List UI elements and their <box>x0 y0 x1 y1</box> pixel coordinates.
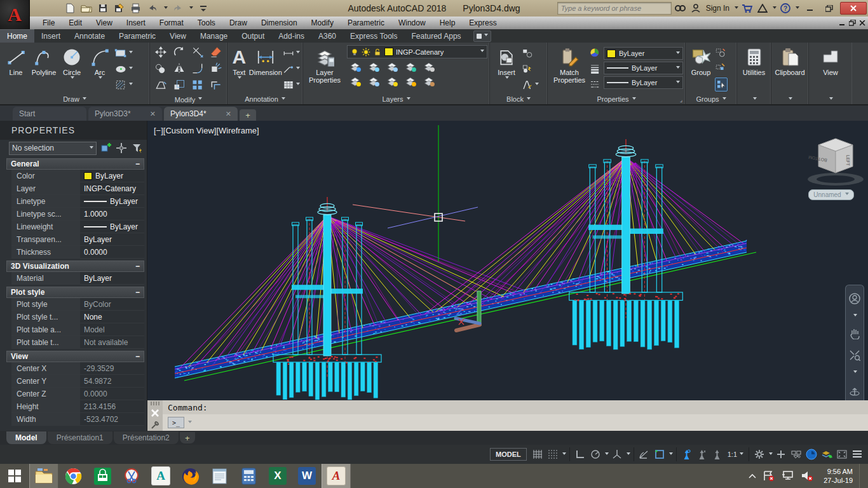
close-button[interactable] <box>840 2 867 15</box>
menu-item-modify[interactable]: Modify <box>304 17 341 29</box>
object-color-dropdown[interactable]: ByLayer <box>604 47 683 60</box>
modify-tool-explode[interactable] <box>209 62 223 76</box>
save-icon[interactable] <box>97 2 109 15</box>
lineweight-dropdown[interactable]: ByLayer <box>604 62 683 74</box>
ungroup-button[interactable] <box>715 46 728 59</box>
annotation-dimension-flyout[interactable] <box>283 47 300 60</box>
panel-annotation-footer[interactable]: Annotation <box>227 94 302 104</box>
a360-caret[interactable] <box>773 6 776 11</box>
navwheel-caret[interactable] <box>853 314 857 318</box>
menu-item-dimension[interactable]: Dimension <box>254 17 304 29</box>
ribbon-tab-parametric[interactable]: Parametric <box>112 29 163 43</box>
help-caret[interactable] <box>796 6 799 11</box>
command-history[interactable]: Command: <box>163 400 868 414</box>
group-selection-toggle[interactable] <box>715 78 728 92</box>
tray-expand-icon[interactable] <box>749 473 756 478</box>
property-value[interactable]: 1.0000 <box>80 208 144 220</box>
ribbon-tab-featured-apps[interactable]: Featured Apps <box>405 29 468 43</box>
app-store-cart-icon[interactable] <box>741 2 754 15</box>
annotation-scale-icon[interactable] <box>710 447 724 461</box>
property-value[interactable]: ByLayer <box>80 233 144 245</box>
draw-flyout-hatch[interactable] <box>114 79 144 92</box>
draw-tool-circle[interactable]: Circle <box>58 44 86 94</box>
taskbar-app-notepad[interactable] <box>205 464 234 488</box>
collapse-icon[interactable]: − <box>135 159 140 168</box>
doc-restore-icon[interactable] <box>849 20 856 26</box>
polar-caret[interactable] <box>605 452 609 457</box>
a360-icon[interactable] <box>756 2 769 15</box>
object-snap-tracking-icon[interactable] <box>637 447 651 461</box>
ribbon-tab-view[interactable]: View <box>163 29 193 43</box>
menu-item-parametric[interactable]: Parametric <box>341 17 391 29</box>
workspace-caret[interactable] <box>769 452 773 457</box>
layout-tab-présentation2[interactable]: Présentation2 <box>114 431 179 444</box>
pan-icon[interactable] <box>850 328 860 339</box>
draw-flyout-ellipse[interactable] <box>114 63 144 76</box>
save-as-icon[interactable] <box>113 2 126 15</box>
property-value[interactable]: Not available <box>80 336 144 348</box>
text-tool-button[interactable]: AText <box>229 44 249 94</box>
graphics-performance-icon[interactable] <box>804 447 818 461</box>
panel-utilities-footer[interactable] <box>737 94 771 104</box>
object-snap-icon[interactable] <box>653 447 667 461</box>
clean-screen-icon[interactable] <box>835 447 849 461</box>
modify-tool-offset[interactable] <box>209 78 223 92</box>
utilities-button[interactable]: Utilities <box>739 44 769 94</box>
command-input[interactable]: >_ <box>163 414 868 431</box>
properties-dialog-launcher[interactable]: ⌟ <box>680 97 682 103</box>
menu-item-edit[interactable]: Edit <box>62 17 89 29</box>
modify-tool-trim[interactable] <box>191 45 205 59</box>
property-value[interactable]: ByColor <box>80 298 144 310</box>
layer-tool-icon-3[interactable] <box>386 61 398 73</box>
modify-tool-stretch[interactable] <box>154 78 168 92</box>
qat-customize-caret[interactable] <box>197 2 210 15</box>
zoom-extents-icon[interactable] <box>849 349 860 361</box>
taskbar-app-excel[interactable]: X <box>263 464 292 488</box>
taskbar-app-autocad-lt[interactable]: A <box>146 464 175 488</box>
property-value[interactable]: -523.4702 <box>80 413 144 425</box>
command-customize-icon[interactable] <box>151 421 159 430</box>
layer-tool-icon-9[interactable] <box>405 76 417 88</box>
action-center-icon[interactable] <box>763 470 775 482</box>
undo-icon[interactable] <box>146 2 159 15</box>
help-icon[interactable]: ? <box>779 2 792 15</box>
command-close-icon[interactable] <box>151 409 159 417</box>
new-layout-button[interactable]: + <box>180 432 195 444</box>
linetype-icon[interactable] <box>590 79 600 90</box>
ribbon-tab-annotate[interactable]: Annotate <box>67 29 112 43</box>
property-value[interactable]: -29.3529 <box>80 362 144 374</box>
menu-item-tools[interactable]: Tools <box>191 17 222 29</box>
restore-button[interactable] <box>821 3 837 14</box>
menu-item-format[interactable]: Format <box>153 17 191 29</box>
layout-tab-model[interactable]: Model <box>6 431 46 444</box>
property-value[interactable]: INGP-Catenary <box>80 182 144 194</box>
isolate-objects-icon[interactable] <box>789 447 803 461</box>
search-icon[interactable] <box>674 2 687 15</box>
redo-flyout-caret[interactable] <box>189 6 193 11</box>
select-objects-icon[interactable] <box>116 142 127 154</box>
autoscale-icon[interactable] <box>695 447 709 461</box>
zoom-caret[interactable] <box>853 370 857 375</box>
start-button[interactable] <box>0 464 29 488</box>
annotation-leader-flyout[interactable] <box>283 63 300 76</box>
annotation-scale-value[interactable]: 1:1 <box>726 451 745 458</box>
layer-dropdown[interactable]: INGP-Catenary <box>347 45 487 58</box>
modify-tool-move[interactable] <box>154 45 168 59</box>
ribbon-tab-add-ins[interactable]: Add-ins <box>271 29 311 43</box>
block-attributes-button[interactable] <box>522 79 539 92</box>
file-tab-start[interactable]: Start <box>13 107 86 121</box>
property-value[interactable]: ByLayer <box>80 220 144 233</box>
layer-tool-icon-1[interactable] <box>349 61 362 73</box>
autocad-logo-button[interactable]: A <box>0 0 30 29</box>
menu-item-view[interactable]: View <box>89 17 119 29</box>
sign-in-button[interactable]: Sign In <box>706 4 729 13</box>
property-value[interactable]: Model <box>80 323 144 336</box>
collapse-icon[interactable]: − <box>135 262 140 271</box>
property-value[interactable]: ByLayer <box>80 170 144 182</box>
property-value[interactable]: None <box>80 311 144 323</box>
file-tab-close-icon[interactable]: ✕ <box>150 110 156 118</box>
ribbon-tab-insert[interactable]: Insert <box>34 29 67 43</box>
layer-tool-icon-6[interactable] <box>349 76 362 88</box>
model-space-button[interactable]: MODEL <box>490 448 527 461</box>
panel-clipboard-footer[interactable] <box>771 94 808 104</box>
